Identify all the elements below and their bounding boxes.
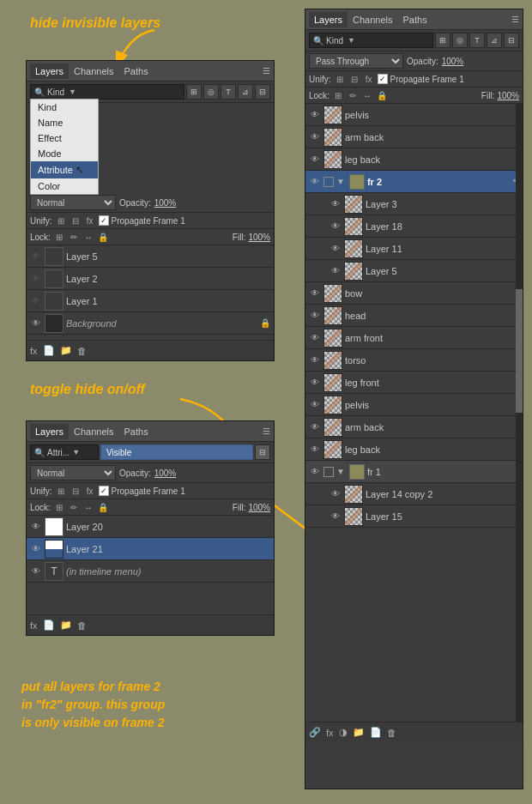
eye-timeline[interactable]: 👁 — [30, 565, 42, 577]
icon-r2[interactable]: ◎ — [452, 33, 468, 48]
unify-icon1-r[interactable]: ⊞ — [334, 73, 346, 85]
layer-item-background[interactable]: 👁 Background 🔒 — [27, 312, 274, 335]
link-icon-right[interactable]: 🔗 — [309, 727, 321, 738]
unify-icon1-b[interactable]: ⊞ — [55, 485, 67, 497]
layer-item-layer14copy2[interactable]: 👁 Layer 14 copy 2 — [305, 483, 523, 505]
eye-head[interactable]: 👁 — [309, 310, 321, 322]
unify-icon1[interactable]: ⊞ — [55, 215, 67, 227]
dropdown-attribute[interactable]: Attribute ↖ — [31, 161, 98, 178]
layer-item-pelvis2[interactable]: 👁 pelvis — [305, 394, 523, 416]
icon-r3[interactable]: T — [469, 33, 485, 48]
eye-armfront[interactable]: 👁 — [309, 332, 321, 344]
opacity-value-bottom[interactable]: 100% — [154, 468, 177, 478]
lock-icon4[interactable]: 🔒 — [97, 231, 109, 243]
eye-fr1[interactable]: 👁 — [309, 466, 321, 478]
fx-icon-top[interactable]: fx — [30, 346, 38, 356]
panel-menu-icon-right[interactable]: ☰ — [511, 15, 519, 24]
layer-item-fr2[interactable]: 👁 ▼ fr 2 ↖ — [305, 171, 523, 193]
layer-item-layer11[interactable]: 👁 Layer 11 — [305, 238, 523, 260]
propagate-checkbox-right[interactable] — [378, 74, 388, 84]
unify-icon3-b[interactable]: fx — [84, 485, 96, 497]
eye-torso[interactable]: 👁 — [309, 354, 321, 366]
scrollbar-thumb-right[interactable] — [516, 289, 523, 413]
kind-dropdown[interactable]: Kind Name Effect Mode Attribute ↖ Color — [30, 99, 99, 195]
unify-icon2-b[interactable]: ⊟ — [70, 485, 82, 497]
tab-channels-right[interactable]: Channels — [348, 12, 397, 27]
blend-mode-select-top[interactable]: Normal — [30, 195, 116, 210]
eye-layer14copy2[interactable]: 👁 — [329, 488, 342, 500]
layer-item-layer5[interactable]: 👁 Layer 5 — [27, 245, 274, 268]
icon-btn-3[interactable]: T — [221, 84, 236, 100]
search-right-arrow[interactable]: ▼ — [348, 36, 355, 45]
tab-layers-top[interactable]: Layers — [30, 63, 69, 79]
panel-menu-icon-bottom[interactable]: ☰ — [263, 426, 270, 436]
icon-r5[interactable]: ⊟ — [504, 33, 519, 48]
dropdown-name[interactable]: Name — [31, 115, 98, 130]
checkbox-fr1[interactable] — [323, 467, 334, 477]
fill-value-top[interactable]: 100% — [248, 233, 270, 242]
fill-value-bottom[interactable]: 100% — [248, 503, 270, 512]
eye-background[interactable]: 👁 — [30, 317, 42, 329]
unify-icon2-r[interactable]: ⊟ — [348, 73, 360, 85]
trash-icon-right[interactable]: 🗑 — [387, 728, 396, 738]
eye-layer1[interactable]: 👁 — [30, 295, 42, 307]
propagate-checkbox-top[interactable] — [99, 215, 109, 226]
icon-btn-2[interactable]: ◎ — [203, 84, 219, 100]
eye-layer5[interactable]: 👁 — [30, 251, 42, 263]
fill-value-right[interactable]: 100% — [497, 91, 519, 100]
folder-icon-top[interactable]: 📁 — [60, 345, 72, 356]
eye-bow[interactable]: 👁 — [309, 287, 321, 299]
eye-layer11[interactable]: 👁 — [329, 243, 342, 255]
lock-icon3-r[interactable]: ↔ — [361, 89, 373, 101]
icon-btn-1[interactable]: ⊞ — [186, 84, 202, 100]
blend-mode-select-bottom[interactable]: Normal — [30, 465, 116, 481]
dropdown-color[interactable]: Color — [31, 178, 98, 194]
group-arrow-fr1[interactable]: ▼ — [336, 467, 345, 476]
new-icon-top[interactable]: 📄 — [43, 345, 55, 356]
lock-icon2[interactable]: ✏ — [68, 231, 80, 243]
layer-item-layer1[interactable]: 👁 Layer 1 — [27, 290, 274, 312]
eye-layer3[interactable]: 👁 — [329, 198, 342, 210]
dropdown-mode[interactable]: Mode — [31, 146, 98, 161]
layer-item-layer15[interactable]: 👁 Layer 15 — [305, 505, 523, 528]
dropdown-effect[interactable]: Effect — [31, 130, 98, 146]
layer-item-armback2[interactable]: 👁 arm back — [305, 416, 523, 438]
search-box-top[interactable]: 🔍 Kind ▼ — [30, 84, 184, 100]
eye-legfront[interactable]: 👁 — [309, 377, 321, 389]
layer-item-layer21[interactable]: 👁 Layer 21 — [27, 538, 274, 560]
scrollbar-right[interactable] — [516, 104, 523, 722]
unify-icon3-r[interactable]: fx — [363, 73, 375, 85]
search-box-right[interactable]: 🔍 Kind ▼ — [309, 33, 433, 48]
trash-icon-bottom[interactable]: 🗑 — [77, 620, 87, 631]
trash-icon-top[interactable]: 🗑 — [77, 346, 87, 356]
eye-pelvis1[interactable]: 👁 — [309, 109, 321, 121]
layer-item-armback1[interactable]: 👁 arm back — [305, 126, 523, 148]
eye-legback2[interactable]: 👁 — [309, 444, 321, 456]
icon-btn-5[interactable]: ⊟ — [255, 84, 270, 100]
layer-item-legfront[interactable]: 👁 leg front — [305, 372, 523, 394]
propagate-checkbox-bottom[interactable] — [99, 486, 109, 496]
icon-r1[interactable]: ⊞ — [435, 33, 450, 48]
folder-icon-right[interactable]: 📁 — [353, 727, 365, 738]
filter-type-arrow[interactable]: ▼ — [72, 448, 80, 456]
eye-armback2[interactable]: 👁 — [309, 421, 321, 433]
icon-r4[interactable]: ⊿ — [487, 33, 502, 48]
tab-layers-right[interactable]: Layers — [309, 12, 348, 27]
eye-layer5-r[interactable]: 👁 — [329, 265, 342, 277]
layer-item-legback2[interactable]: 👁 leg back — [305, 438, 523, 461]
fx-icon-bottom[interactable]: fx — [30, 620, 38, 631]
unify-icon3[interactable]: fx — [84, 215, 96, 227]
new-icon-right[interactable]: 📄 — [370, 727, 382, 738]
layer-item-layer2[interactable]: 👁 Layer 2 — [27, 268, 274, 290]
eye-legback1[interactable]: 👁 — [309, 154, 321, 166]
adj-icon-right[interactable]: ◑ — [339, 727, 348, 738]
layer-item-bow[interactable]: 👁 bow — [305, 282, 523, 305]
layer-item-fr1[interactable]: 👁 ▼ fr 1 — [305, 461, 523, 483]
lock-icon1[interactable]: ⊞ — [53, 231, 65, 243]
icon-btn-4[interactable]: ⊿ — [238, 84, 253, 100]
tab-paths-bottom[interactable]: Paths — [119, 424, 154, 439]
lock-icon2-r[interactable]: ✏ — [347, 89, 359, 101]
eye-pelvis2[interactable]: 👁 — [309, 399, 321, 411]
filter-toggle[interactable]: ⊟ — [255, 444, 270, 460]
eye-armback1[interactable]: 👁 — [309, 131, 321, 143]
